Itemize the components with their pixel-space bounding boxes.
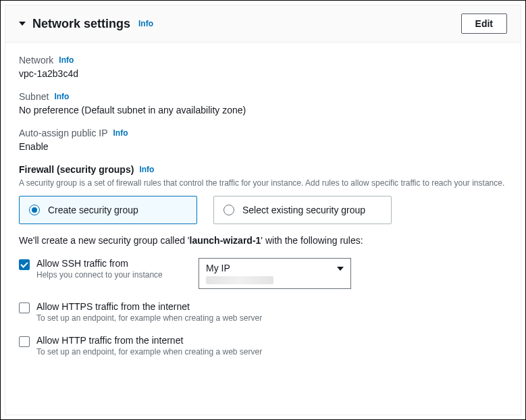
ssh-sub: Helps you connect to your instance xyxy=(36,270,192,280)
radio-create-security-group[interactable]: Create security group xyxy=(19,196,197,224)
autoip-value: Enable xyxy=(19,141,507,152)
network-label: Network xyxy=(19,55,53,65)
firewall-label: Firewall (security groups) xyxy=(19,164,134,175)
firewall-info-link[interactable]: Info xyxy=(139,165,154,174)
ssh-source-select[interactable]: My IP xyxy=(199,258,351,289)
firewall-field: Firewall (security groups) Info A securi… xyxy=(19,164,507,189)
radio-dot-icon xyxy=(223,205,234,215)
header-info-link[interactable]: Info xyxy=(138,19,153,28)
checkbox-allow-ssh[interactable] xyxy=(19,259,30,270)
https-label: Allow HTTPS traffic from the internet xyxy=(36,301,507,312)
subnet-value: No preference (Default subnet in any ava… xyxy=(19,105,507,115)
subnet-info-link[interactable]: Info xyxy=(54,92,69,101)
checkbox-allow-https[interactable] xyxy=(19,303,30,313)
firewall-desc: A security group is a set of firewall ru… xyxy=(19,178,507,189)
ssh-ip-placeholder xyxy=(206,276,273,284)
checkbox-allow-http[interactable] xyxy=(19,336,30,347)
subnet-label: Subnet xyxy=(19,91,49,102)
ssh-label: Allow SSH traffic from xyxy=(36,258,192,269)
http-sub: To set up an endpoint, for example when … xyxy=(36,347,507,357)
autoip-info-link[interactable]: Info xyxy=(113,128,128,138)
https-sub: To set up an endpoint, for example when … xyxy=(36,313,507,323)
network-info-link[interactable]: Info xyxy=(59,55,74,65)
radio-create-label: Create security group xyxy=(48,205,138,215)
ssh-select-value: My IP xyxy=(206,263,344,273)
subnet-field: Subnet Info No preference (Default subne… xyxy=(19,91,507,115)
collapse-caret-icon[interactable] xyxy=(19,22,26,26)
autoip-field: Auto-assign public IP Info Enable xyxy=(19,128,507,152)
radio-select-existing-security-group[interactable]: Select existing security group xyxy=(213,196,392,224)
network-value: vpc-1a2b3c4d xyxy=(19,68,507,79)
radio-dot-icon xyxy=(29,205,40,215)
chevron-down-icon xyxy=(337,267,344,271)
panel-title: Network settings xyxy=(32,17,130,31)
create-sg-message: We'll create a new security group called… xyxy=(19,235,507,246)
edit-button[interactable]: Edit xyxy=(461,14,507,34)
http-label: Allow HTTP traffic from the internet xyxy=(36,335,507,346)
network-field: Network Info vpc-1a2b3c4d xyxy=(19,55,507,79)
autoip-label: Auto-assign public IP xyxy=(19,128,108,138)
radio-select-label: Select existing security group xyxy=(242,205,365,215)
panel-header: Network settings Info Edit xyxy=(5,5,521,43)
